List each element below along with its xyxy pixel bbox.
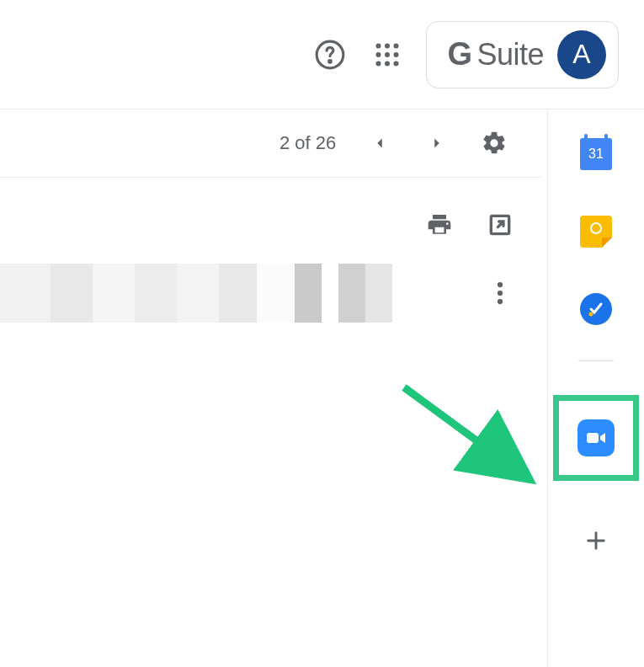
keep-addon-icon[interactable] bbox=[578, 214, 614, 249]
side-panel: 31 bbox=[548, 109, 644, 667]
help-icon[interactable] bbox=[311, 36, 349, 73]
svg-point-1 bbox=[329, 60, 332, 62]
svg-point-6 bbox=[385, 52, 390, 57]
svg-point-5 bbox=[376, 52, 381, 57]
suite-label: G Suite bbox=[447, 36, 544, 72]
avatar[interactable]: A bbox=[557, 30, 606, 79]
svg-rect-16 bbox=[587, 433, 599, 443]
svg-point-2 bbox=[376, 43, 381, 48]
svg-point-4 bbox=[394, 43, 399, 48]
top-bar: G Suite A bbox=[0, 0, 644, 109]
print-icon[interactable] bbox=[426, 211, 453, 238]
svg-point-8 bbox=[376, 61, 381, 66]
svg-point-13 bbox=[498, 291, 503, 296]
add-addon-icon[interactable] bbox=[578, 523, 614, 558]
zoom-addon-highlight bbox=[553, 395, 639, 481]
open-new-window-icon[interactable] bbox=[487, 211, 514, 238]
side-panel-divider bbox=[578, 360, 614, 361]
svg-point-10 bbox=[394, 61, 399, 66]
page-counter: 2 of 26 bbox=[279, 132, 336, 154]
more-options-icon[interactable] bbox=[487, 280, 514, 306]
calendar-addon-icon[interactable]: 31 bbox=[578, 136, 614, 172]
next-button[interactable] bbox=[423, 130, 450, 157]
settings-icon[interactable] bbox=[481, 130, 508, 157]
prev-button[interactable] bbox=[366, 130, 393, 157]
svg-point-15 bbox=[589, 312, 593, 317]
message-toolbar: 2 of 26 bbox=[0, 109, 541, 178]
svg-point-3 bbox=[385, 43, 390, 48]
redacted-content bbox=[0, 264, 466, 323]
svg-point-14 bbox=[498, 299, 503, 304]
content-pane: 2 of 26 bbox=[0, 109, 548, 667]
account-switcher[interactable]: G Suite A bbox=[426, 21, 619, 88]
main-area: 2 of 26 bbox=[0, 109, 644, 667]
message-actions bbox=[0, 178, 547, 264]
svg-point-9 bbox=[385, 61, 390, 66]
zoom-addon-icon[interactable] bbox=[577, 419, 615, 456]
apps-grid-icon[interactable] bbox=[369, 36, 406, 73]
tasks-addon-icon[interactable] bbox=[578, 291, 614, 327]
svg-point-7 bbox=[394, 52, 399, 57]
redacted-sender-row bbox=[0, 264, 547, 323]
svg-point-12 bbox=[498, 282, 503, 287]
